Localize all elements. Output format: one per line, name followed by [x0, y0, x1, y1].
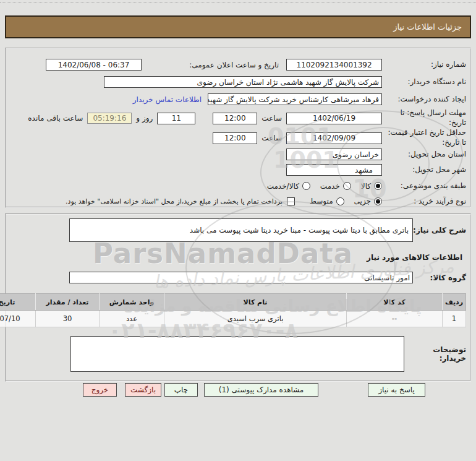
subject-class-label: طبقه بندی موضوعی: [382, 181, 466, 191]
buyer-contact-link[interactable]: اطلاعات تماس خریدار [133, 95, 202, 104]
goods-group-label: گروه کالا: [413, 274, 466, 282]
action-button-row: پاسخ به نیاز مشاهده مدارک پیوستی (1) چاپ… [83, 383, 425, 397]
hours-remaining-label: ساعت باقی مانده [28, 114, 83, 123]
radio-goods-service[interactable] [302, 182, 310, 190]
col-count-unit: واحد شمارش [100, 294, 164, 311]
print-button[interactable]: چاپ [164, 383, 198, 397]
radio-service-label: خدمت [320, 182, 340, 191]
cell-quantity: 30 [36, 311, 100, 327]
announce-datetime-label: تاریخ و ساعت اعلان عمومی: [142, 61, 279, 69]
delivery-city-label: شهر محل تحویل: [382, 165, 466, 175]
goods-group-field[interactable]: امور تاسیساتی [69, 272, 413, 283]
reply-deadline-time-field[interactable]: 12:00 [213, 113, 257, 124]
radio-medium-label: متوسط [310, 197, 333, 205]
top-divider [0, 2, 476, 3]
col-quantity: تعداد / مقدار [36, 294, 100, 311]
back-button[interactable]: بازگشت [125, 383, 161, 397]
days-and-label: روز و [136, 114, 153, 123]
reply-deadline-date-field[interactable]: 1402/06/19 [286, 113, 382, 124]
treasury-note: پرداخت تمام یا بخشی از مبلغ خرید،از محل … [66, 197, 283, 205]
radio-goods-label: کالا [361, 182, 371, 191]
need-info-panel: شماره نیاز: 1102092134001392 تاریخ و ساع… [5, 48, 471, 208]
goods-section-heading: اطلاعات کالاهای مورد نیاز [10, 253, 466, 262]
buyer-org-field[interactable]: شرکت پالایش گاز شهید هاشمی نژاد استان خر… [104, 76, 382, 88]
goods-table: ردیف کد کالا نام کالا واحد شمارش تعداد /… [0, 293, 466, 327]
announce-datetime-field[interactable]: 1402/06/08 - 06:37 [46, 59, 142, 71]
buyer-org-label: نام دستگاه خریدار: [382, 77, 466, 87]
request-creator-label: ایجاد کننده درخواست: [382, 95, 466, 105]
delivery-city-field[interactable]: مشهد [286, 164, 382, 176]
price-validity-hour-label: ساعت [261, 134, 282, 142]
radio-service[interactable] [343, 182, 351, 190]
price-validity-date-field[interactable]: 1402/09/09 [286, 132, 382, 144]
buyer-notes-label: توضیحات خریدار: [404, 345, 466, 363]
reply-deadline-label: مهلت ارسال پاسخ: تا تاریخ: [382, 108, 466, 127]
col-need-date: تاریخ نیاز [0, 294, 36, 311]
radio-goods[interactable] [374, 182, 382, 190]
process-type-label: نوع فرآیند خرید : [382, 197, 466, 207]
need-desc-label: شرح کلی نیاز: [413, 226, 466, 235]
buyer-notes-field[interactable] [70, 336, 404, 372]
page-title-bar: جزئیات اطلاعات نیاز [5, 15, 471, 38]
request-creator-field[interactable]: فرهاد میرشاهی کارشناس خرید شرکت پالایش گ… [208, 93, 382, 105]
exit-button[interactable]: خروج [83, 383, 117, 397]
col-row-number: ردیف [443, 294, 466, 311]
treasury-checkbox[interactable] [287, 197, 295, 205]
delivery-province-label: استان محل تحویل: [382, 150, 466, 160]
radio-goods-service-label: کالا/خدمت [267, 182, 299, 191]
need-number-label: شماره نیاز: [382, 60, 466, 70]
col-goods-code: کد کالا [347, 294, 443, 311]
table-row: 1 -- باتری سرب اسیدی عدد 30 1402/07/10 [0, 311, 466, 327]
delivery-province-field[interactable]: خراسان رضوی [286, 149, 382, 160]
goods-table-header-row: ردیف کد کالا نام کالا واحد شمارش تعداد /… [0, 294, 466, 311]
col-goods-name: نام کالا [164, 294, 347, 311]
view-attachments-button[interactable]: مشاهده مدارک پیوستی (1) [204, 383, 318, 397]
radio-medium[interactable] [336, 197, 344, 205]
countdown-timer: 05:19:16 [87, 113, 132, 124]
cell-goods-name: باتری سرب اسیدی [164, 311, 347, 327]
goods-info-panel: شرح کلی نیاز: باتری مطابق با دیتا شیت پی… [5, 213, 471, 382]
reply-deadline-hour-label: ساعت [261, 114, 282, 123]
radio-partial-label: جزیی [354, 197, 371, 205]
reply-to-need-button[interactable]: پاسخ به نیاز [368, 383, 425, 397]
page-title: جزئیات اطلاعات نیاز [393, 22, 462, 32]
need-desc-field[interactable]: باتری مطابق با دیتا شیت پیوست - مبنا خری… [69, 218, 413, 242]
need-number-field[interactable]: 1102092134001392 [286, 59, 382, 71]
price-validity-time-field[interactable]: 12:00 [213, 132, 257, 144]
cell-row-number: 1 [443, 311, 466, 327]
radio-partial[interactable] [374, 197, 382, 205]
price-validity-label: حداقل تاریخ اعتبار قیمت: تا تاریخ: [382, 128, 466, 147]
cell-count-unit: عدد [100, 311, 164, 327]
cell-need-date: 1402/07/10 [0, 311, 36, 327]
cell-goods-code: -- [347, 311, 443, 327]
remaining-days-field[interactable]: 11 [157, 113, 195, 124]
